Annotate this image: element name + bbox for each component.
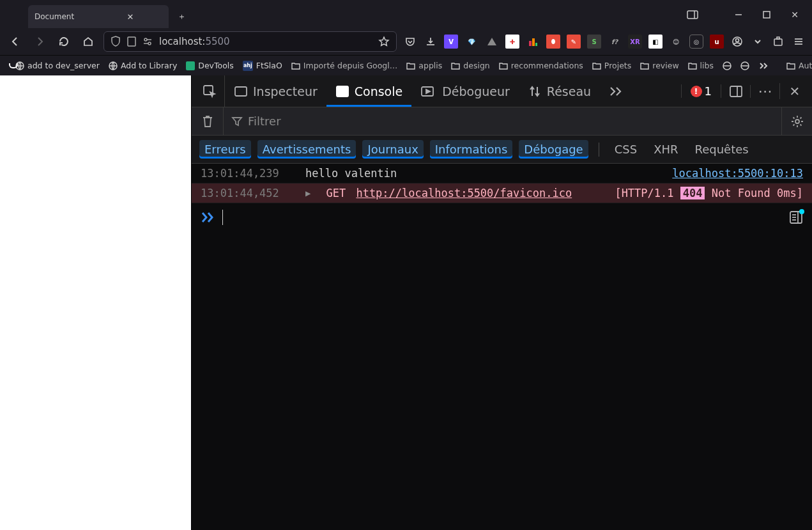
clear-console-icon[interactable] (192, 107, 224, 135)
bookmarks-bar: add to dev_server Add to Library DevTool… (0, 55, 812, 75)
console-error-row[interactable]: 13:01:44,452 ▶ GET http://localhost:5500… (192, 183, 812, 203)
back-button[interactable] (6, 33, 24, 51)
bookmark-folder[interactable]: recommendations (499, 61, 583, 70)
extension-icon[interactable]: f? (608, 35, 622, 49)
filter-css[interactable]: CSS (609, 140, 642, 159)
input-caret (222, 210, 223, 225)
minimize-window-icon[interactable] (726, 5, 751, 24)
extension-icon[interactable] (546, 35, 560, 49)
bookmarks-overflow-icon[interactable] (758, 61, 769, 70)
log-source-link[interactable]: localhost:5500:10:13 (672, 167, 803, 180)
filter-requests[interactable]: Requêtes (690, 140, 754, 159)
error-count-badge[interactable]: ! 1 (681, 84, 721, 98)
bookmark-item[interactable] (740, 61, 749, 70)
extension-icon[interactable]: V (444, 35, 458, 49)
devtools-menu-icon[interactable]: ⋯ (751, 83, 780, 99)
log-message: GET http://localhost:5500/favicon.ico (326, 187, 599, 199)
bookmark-item[interactable] (723, 61, 732, 70)
extension-icon[interactable]: ✎ (567, 35, 581, 49)
account-icon[interactable] (730, 35, 744, 49)
other-bookmarks-folder[interactable]: Autres marque-pages (786, 61, 812, 70)
funnel-icon (231, 116, 243, 127)
svg-rect-10 (532, 38, 535, 46)
request-url-link[interactable]: http://localhost:5500/favicon.ico (356, 187, 572, 199)
log-timestamp: 13:01:44,239 (201, 167, 290, 180)
svg-rect-23 (186, 61, 195, 70)
separator (599, 143, 599, 157)
filter-warnings[interactable]: Avertissements (257, 140, 356, 159)
bookmark-folder[interactable]: Projets (592, 61, 631, 70)
pocket-icon[interactable] (403, 35, 417, 49)
svg-point-5 (144, 38, 147, 41)
console-settings-icon[interactable] (781, 107, 812, 135)
tab-console[interactable]: Console (326, 75, 411, 107)
permissions-icon[interactable] (142, 36, 153, 47)
bookmark-item[interactable]: add to dev_server (15, 61, 100, 70)
close-tab-icon[interactable]: ✕ (98, 10, 162, 23)
extension-icon[interactable]: ✚ (505, 35, 519, 49)
tab-inspector[interactable]: Inspecteur (225, 75, 326, 107)
console-filter-input[interactable]: Filtrer (224, 114, 781, 128)
extension-icon[interactable]: XR (628, 35, 642, 49)
expand-arrow-icon[interactable]: ▶ (305, 188, 310, 198)
extension-icon[interactable] (526, 35, 540, 49)
overflow-chevron-icon[interactable] (751, 35, 765, 49)
filter-info[interactable]: Informations (430, 140, 513, 159)
devtools-more-tabs-icon[interactable] (600, 75, 632, 107)
svg-rect-30 (337, 86, 348, 97)
home-button[interactable] (79, 33, 97, 51)
svg-rect-11 (535, 43, 537, 46)
bookmark-folder[interactable]: applis (406, 61, 442, 70)
console-toolbar: Filtrer (192, 107, 812, 136)
tab-debugger[interactable]: Débogueur (411, 75, 519, 107)
tab-network[interactable]: Réseau (519, 75, 600, 107)
maximize-window-icon[interactable] (755, 5, 779, 24)
new-tab-button[interactable]: ＋ (175, 10, 188, 23)
extension-icon[interactable] (485, 35, 499, 49)
extension-icon[interactable]: ◎ (689, 35, 703, 49)
svg-rect-3 (763, 12, 770, 18)
app-menu-icon[interactable] (792, 35, 806, 49)
bookmark-item[interactable]: ahj FtSlaO (243, 61, 282, 71)
extension-icon[interactable]: ◧ (648, 35, 663, 49)
extension-icon[interactable]: S (587, 35, 601, 49)
bookmark-star-icon[interactable] (378, 36, 390, 47)
close-devtools-icon[interactable]: ✕ (780, 84, 809, 99)
content-area: Inspecteur Console Débogueur Réseau ! 1 (0, 75, 812, 530)
forward-button[interactable] (31, 33, 49, 51)
downloads-icon[interactable] (424, 35, 438, 49)
extension-icon[interactable]: 😊 (669, 35, 683, 49)
bookmark-folder[interactable]: libs (688, 61, 714, 70)
close-window-icon[interactable]: ✕ (783, 5, 807, 24)
address-bar[interactable]: localhost:5500 (103, 31, 397, 52)
console-filter-tabs: Erreurs Avertissements Journaux Informat… (192, 136, 812, 164)
page-info-icon[interactable] (127, 36, 136, 47)
reload-button[interactable] (55, 33, 73, 51)
filter-xhr[interactable]: XHR (648, 140, 683, 159)
dock-side-icon[interactable] (721, 85, 751, 98)
bookmark-folder[interactable]: Importé depuis Googl… (291, 61, 397, 70)
url-text: localhost:5500 (159, 36, 372, 47)
console-input[interactable] (192, 203, 812, 231)
bookmark-item[interactable]: DevTools (186, 61, 234, 70)
extensions-icon[interactable] (771, 35, 785, 49)
svg-rect-15 (777, 37, 779, 39)
bookmark-folder[interactable]: design (451, 61, 489, 70)
filter-debug[interactable]: Débogage (519, 140, 588, 159)
ublock-icon[interactable]: u (710, 35, 724, 49)
browser-tab[interactable]: Document ✕ (28, 5, 169, 28)
bookmark-folder[interactable]: review (640, 61, 678, 70)
element-picker-icon[interactable] (194, 75, 225, 107)
extension-icon[interactable]: 💎 (464, 35, 479, 49)
svg-rect-29 (235, 87, 247, 96)
prompt-chevron-icon (201, 210, 215, 224)
bookmark-item[interactable]: Add to Library (109, 61, 177, 70)
filter-errors[interactable]: Erreurs (199, 140, 251, 159)
svg-rect-4 (128, 37, 135, 46)
page-viewport[interactable] (0, 75, 191, 530)
console-log-row[interactable]: 13:01:44,239 hello valentin localhost:55… (192, 164, 812, 183)
split-console-icon[interactable] (789, 210, 803, 224)
svg-rect-0 (687, 11, 698, 19)
filter-logs[interactable]: Journaux (362, 140, 423, 159)
sidebar-toggle-icon[interactable] (680, 5, 705, 24)
